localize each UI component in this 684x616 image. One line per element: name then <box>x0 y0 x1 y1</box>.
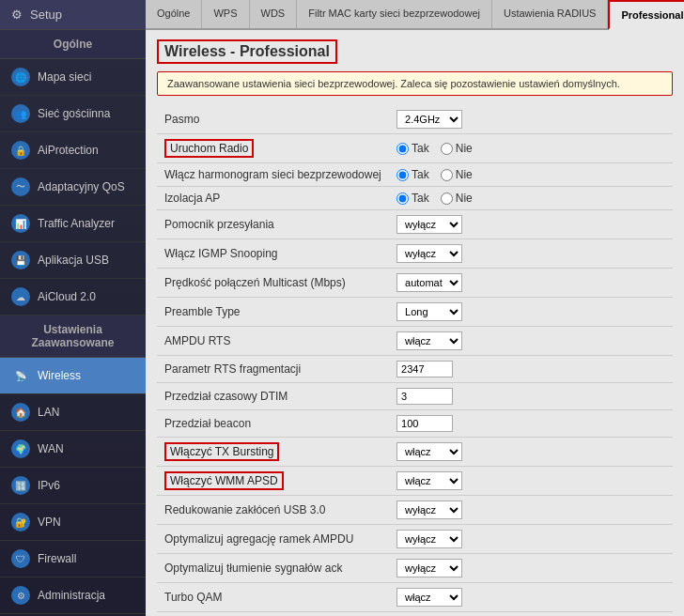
radio-izolacja-ap-Nie[interactable] <box>441 192 453 205</box>
sidebar-item-siec-gosci[interactable]: 👥 Sieć gościinna <box>0 96 146 132</box>
select-predkosc-multicast[interactable]: automat125.511 <box>396 273 462 292</box>
usb-icon: 💾 <box>11 251 30 270</box>
settings-row-ampdu-rts: AMPDU RTSwłączwyłącz <box>157 327 673 356</box>
radio-uruchom-radio-Nie[interactable] <box>441 143 453 155</box>
ipv6-icon: 🔢 <box>11 476 30 495</box>
sidebar-label-administracja: Administracja <box>38 589 105 602</box>
label-predkosc-multicast: Prędkość połączeń Multicast (Mbps) <box>157 269 389 298</box>
aiprotection-icon: 🔒 <box>11 141 30 160</box>
wireless-icon: 📡 <box>11 366 30 385</box>
sidebar-item-wireless[interactable]: 📡 Wireless <box>0 358 146 394</box>
sidebar-item-wan[interactable]: 🌍 WAN <box>0 431 146 468</box>
settings-table: Pasmo2.4GHz5GHzUruchom RadioTakNieWłącz … <box>157 105 673 616</box>
input-parametr-rts[interactable] <box>396 361 453 377</box>
radio-group-uruchom-radio: TakNie <box>396 142 665 155</box>
siec-gosci-icon: 👥 <box>11 104 30 123</box>
adaptacyjny-qos-icon: 〜 <box>11 177 30 196</box>
settings-row-predkosc-multicast: Prędkość połączeń Multicast (Mbps)automa… <box>157 269 673 298</box>
label-tx-bursting: Włączyć TX Bursting <box>164 442 279 461</box>
select-preamble-type[interactable]: LongShort <box>396 302 462 321</box>
sidebar-label-vpn: VPN <box>38 516 61 529</box>
sidebar-item-firewall[interactable]: 🛡 Firewall <box>0 541 146 578</box>
select-pomocnik-przesylania[interactable]: wyłączwłącz <box>396 215 462 234</box>
radio-wlacz-harmonogram-Nie[interactable] <box>441 169 453 181</box>
sidebar-label-usb: Aplikacja USB <box>38 254 109 267</box>
settings-row-przedzial-beacon: Przedział beacon <box>157 410 673 438</box>
label-pomocnik-przesylania: Pomocnik przesyłania <box>157 210 389 239</box>
sidebar-label-traffic: Traffic Analyzer <box>38 217 115 230</box>
content-area: Wireless - Professional Zaawansowane ust… <box>146 30 684 616</box>
select-wlacz-igmp[interactable]: wyłączwłącz <box>396 244 462 263</box>
sidebar-item-traffic-analyzer[interactable]: 📊 Traffic Analyzer <box>0 206 146 242</box>
settings-row-przedzial-dtim: Przedział czasowy DTIM <box>157 383 673 410</box>
sidebar-item-aplikacja-usb[interactable]: 💾 Aplikacja USB <box>0 242 146 279</box>
tab-filtr-mac[interactable]: Filtr MAC karty sieci bezprzewodowej <box>297 0 492 28</box>
radio-wlacz-harmonogram-Tak[interactable] <box>396 169 409 181</box>
label-preamble-type: Preamble Type <box>157 298 389 327</box>
sidebar-label-adaptacyjny-qos: Adaptacyjny QoS <box>38 180 125 193</box>
page-title: Wireless - Professional <box>157 39 337 64</box>
sidebar-item-administracja[interactable]: ⚙ Administracja <box>0 578 146 614</box>
settings-row-turbo-qam: Turbo QAMwłączwyłącz <box>157 583 673 612</box>
sidebar-item-aiprotection[interactable]: 🔒 AiProtection <box>0 132 146 169</box>
label-optymalizuj-agregacje: Optymalizuj agregację ramek AMPDU <box>157 525 389 554</box>
sidebar-item-lan[interactable]: 🏠 LAN <box>0 394 146 431</box>
settings-row-izolacja-ap: Izolacja APTakNie <box>157 187 673 210</box>
settings-row-redukowanie-usb: Redukowanie zakłóceń USB 3.0wyłączwłącz <box>157 496 673 525</box>
tab-wds[interactable]: WDS <box>250 0 298 28</box>
tab-professional[interactable]: Professional <box>608 0 684 30</box>
label-airtime-fairness: Airtime Fairness <box>157 612 389 617</box>
settings-row-optymalizuj-tlumienie: Optymalizuj tłumienie sygnałów ackwyłącz… <box>157 554 673 583</box>
input-przedzial-beacon[interactable] <box>396 415 453 432</box>
setup-label: Setup <box>30 8 62 22</box>
select-pasmo[interactable]: 2.4GHz5GHz <box>396 110 462 129</box>
select-turbo-qam[interactable]: włączwyłącz <box>396 588 462 607</box>
sidebar-item-mapa-sieci[interactable]: 🌐 Mapa sieci <box>0 59 146 96</box>
sidebar-item-ipv6[interactable]: 🔢 IPv6 <box>0 468 146 504</box>
label-turbo-qam: Turbo QAM <box>157 583 389 612</box>
tab-ogolne[interactable]: Ogólne <box>146 0 202 28</box>
select-optymalizuj-agregacje[interactable]: wyłączwłącz <box>396 530 462 548</box>
setup-menu[interactable]: ⚙ Setup <box>0 0 146 30</box>
settings-row-uruchom-radio: Uruchom RadioTakNie <box>157 134 673 163</box>
sidebar-label-ipv6: IPv6 <box>38 479 60 492</box>
sidebar: ⚙ Setup Ogólne 🌐 Mapa sieci 👥 Sieć gości… <box>0 0 146 616</box>
sidebar-label-aiprotection: AiProtection <box>38 144 99 157</box>
sidebar-item-adaptacyjny-qos[interactable]: 〜 Adaptacyjny QoS <box>0 169 146 206</box>
select-tx-bursting[interactable]: włączwyłącz <box>396 442 462 461</box>
select-optymalizuj-tlumienie[interactable]: wyłączwłącz <box>396 559 462 578</box>
lan-icon: 🏠 <box>11 403 30 422</box>
select-ampdu-rts[interactable]: włączwyłącz <box>396 331 462 350</box>
tab-radius[interactable]: Ustawienia RADIUS <box>492 0 608 28</box>
label-parametr-rts: Parametr RTS fragmentacji <box>157 356 389 383</box>
label-wlacz-igmp: Włącz IGMP Snooping <box>157 239 389 269</box>
label-pasmo: Pasmo <box>157 105 389 134</box>
radio-uruchom-radio-Tak[interactable] <box>396 143 409 155</box>
administracja-icon: ⚙ <box>11 586 30 605</box>
select-wmm-apsd[interactable]: włączwyłącz <box>396 471 462 490</box>
settings-row-pomocnik-przesylania: Pomocnik przesyłaniawyłączwłącz <box>157 210 673 239</box>
settings-row-parametr-rts: Parametr RTS fragmentacji <box>157 356 673 383</box>
general-section-header: Ogólne <box>0 30 146 59</box>
advanced-section-header: UstawieniaZaawansowane <box>0 316 146 358</box>
label-wlacz-harmonogram: Włącz harmonogram sieci bezprzewodowej <box>157 163 389 187</box>
mapa-sieci-icon: 🌐 <box>11 68 30 86</box>
sidebar-label-firewall: Firewall <box>38 552 76 565</box>
select-redukowanie-usb[interactable]: wyłączwłącz <box>396 500 462 519</box>
vpn-icon: 🔐 <box>11 513 30 531</box>
radio-group-wlacz-harmonogram: TakNie <box>396 168 665 181</box>
info-box: Zaawansowane ustawienia sieci bezprzewod… <box>157 71 673 96</box>
settings-row-pasmo: Pasmo2.4GHz5GHz <box>157 105 673 134</box>
tab-wps[interactable]: WPS <box>202 0 249 28</box>
label-wmm-apsd: Włączyć WMM APSD <box>164 471 284 490</box>
input-przedzial-dtim[interactable] <box>396 388 453 405</box>
label-redukowanie-usb: Redukowanie zakłóceń USB 3.0 <box>157 496 389 525</box>
radio-izolacja-ap-Tak[interactable] <box>396 192 409 205</box>
label-przedzial-beacon: Przedział beacon <box>157 410 389 438</box>
label-ampdu-rts: AMPDU RTS <box>157 327 389 356</box>
label-izolacja-ap: Izolacja AP <box>157 187 389 210</box>
sidebar-item-vpn[interactable]: 🔐 VPN <box>0 504 146 541</box>
aicloud-icon: ☁ <box>11 287 30 306</box>
sidebar-label-aicloud: AiCloud 2.0 <box>38 290 96 303</box>
sidebar-item-aicloud[interactable]: ☁ AiCloud 2.0 <box>0 279 146 316</box>
